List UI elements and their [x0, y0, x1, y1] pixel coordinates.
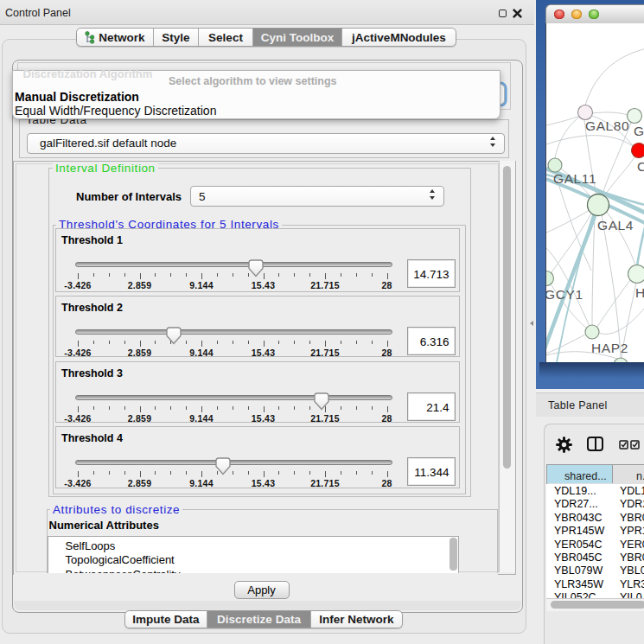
svg-text:GCY1: GCY1	[546, 287, 583, 302]
svg-text:GAL4: GAL4	[597, 218, 634, 233]
svg-text:GAL11: GAL11	[553, 171, 596, 186]
svg-text:HAP2: HAP2	[591, 341, 628, 355]
svg-text:H: H	[635, 285, 644, 300]
svg-text:GAL80: GAL80	[585, 118, 629, 133]
svg-text:C: C	[637, 159, 644, 174]
svg-text:GA: GA	[634, 124, 644, 138]
